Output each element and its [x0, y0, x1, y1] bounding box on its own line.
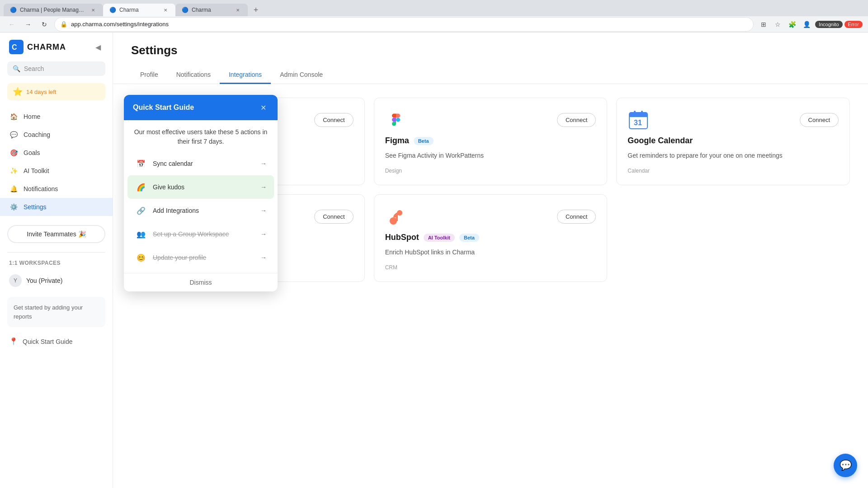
- group-icon: 👥: [135, 228, 147, 240]
- tab-integrations[interactable]: Integrations: [220, 66, 271, 84]
- logo-text: CHARMA: [27, 42, 66, 52]
- sidebar-item-home-label: Home: [24, 113, 40, 120]
- content-area: Quick Start Guide ✕ Our most effective u…: [113, 84, 868, 488]
- figma-connect-button[interactable]: Connect: [557, 113, 596, 127]
- bookmark-icon[interactable]: ☆: [772, 18, 784, 31]
- tab-title-2: Charma: [119, 7, 158, 13]
- asana-connect-button[interactable]: Connect: [314, 113, 353, 127]
- tab-profile[interactable]: Profile: [131, 66, 167, 84]
- sidebar-divider-1: [7, 252, 105, 253]
- error-badge[interactable]: Error: [844, 21, 863, 28]
- svg-rect-13: [396, 213, 398, 221]
- browser-tab-1[interactable]: 🔵 Charma | People Management ... ✕: [4, 4, 103, 16]
- profile-icon[interactable]: 👤: [801, 18, 813, 31]
- days-left-icon: ⭐: [13, 87, 23, 97]
- gcal-title-row: Google Calendar: [627, 136, 839, 145]
- nav-items: 🏠 Home 💬 Coaching 🎯 Goals ✨ AI Toolkit 🔔…: [0, 104, 113, 220]
- workspace-name: You (Private): [26, 277, 62, 284]
- main-header: Settings Profile Notifications Integrati…: [113, 33, 868, 84]
- browser-tab-3[interactable]: 🔵 Charma ✕: [175, 4, 248, 16]
- qsg-item-text-sync: Sync calendar: [153, 160, 193, 167]
- integration-card-figma: Connect Figma Beta See Figma Activity in…: [374, 98, 608, 185]
- qsg-item-left-integrations: 🔗 Add Integrations: [135, 204, 199, 217]
- sidebar-search[interactable]: 🔍 Search: [0, 58, 113, 80]
- qsg-item-update-profile[interactable]: 😊 Update your profile →: [127, 246, 274, 269]
- hubspot-title: HubSpot: [385, 233, 419, 242]
- svg-rect-7: [629, 115, 647, 117]
- tab-notifications[interactable]: Notifications: [167, 66, 220, 84]
- quick-start-guide-sidebar-item[interactable]: 📍 Quick Start Guide: [0, 333, 113, 350]
- quick-start-guide-overlay: Quick Start Guide ✕ Our most effective u…: [124, 95, 278, 291]
- address-bar[interactable]: 🔒 app.charma.com/settings/integrations: [54, 17, 754, 32]
- figma-desc: See Figma Activity in WorkPatterns: [385, 151, 596, 160]
- tab-admin-console[interactable]: Admin Console: [271, 66, 332, 84]
- sidebar-item-notifications-label: Notifications: [24, 185, 58, 192]
- quick-start-map-icon: 📍: [9, 337, 18, 346]
- invite-teammates-label: Invite Teammates 🎉: [27, 230, 85, 238]
- sidebar-item-coaching[interactable]: 💬 Coaching: [0, 126, 113, 144]
- back-button[interactable]: ←: [5, 18, 18, 31]
- page-title: Settings: [131, 43, 850, 57]
- new-tab-button[interactable]: +: [250, 4, 262, 16]
- tab-close-2[interactable]: ✕: [162, 6, 169, 14]
- kudos-icon: 🌈: [135, 181, 147, 193]
- sidebar-item-home[interactable]: 🏠 Home: [0, 108, 113, 126]
- days-left-text: 14 days left: [26, 89, 57, 95]
- ai-toolkit-icon: ✨: [9, 166, 18, 175]
- sidebar-item-goals[interactable]: 🎯 Goals: [0, 144, 113, 162]
- qsg-item-sync-calendar[interactable]: 📅 Sync calendar →: [127, 152, 274, 175]
- integrations-icon: 🔗: [135, 204, 147, 217]
- qsg-subtitle: Our most effective users take these 5 ac…: [124, 120, 278, 152]
- svg-text:31: 31: [634, 119, 642, 127]
- sidebar-item-settings[interactable]: ⚙️ Settings: [0, 198, 113, 216]
- gdrive-connect-button[interactable]: Connect: [314, 210, 353, 224]
- qsg-item-left-kudos: 🌈 Give kudos: [135, 181, 184, 193]
- invite-teammates-button[interactable]: Invite Teammates 🎉: [7, 225, 105, 243]
- browser-tabs: 🔵 Charma | People Management ... ✕ 🔵 Cha…: [0, 0, 868, 16]
- tab-favicon-3: 🔵: [182, 7, 188, 13]
- days-left-banner[interactable]: ⭐ 14 days left: [7, 83, 105, 100]
- sidebar-item-coaching-label: Coaching: [24, 131, 50, 138]
- qsg-close-button[interactable]: ✕: [258, 102, 269, 113]
- main-content: Settings Profile Notifications Integrati…: [113, 33, 868, 488]
- sidebar-item-ai-toolkit-label: AI Toolkit: [24, 167, 49, 174]
- gcal-desc: Get reminders to prepare for your one on…: [627, 151, 839, 160]
- figma-logo: [385, 109, 407, 131]
- qsg-item-add-integrations[interactable]: 🔗 Add Integrations →: [127, 199, 274, 222]
- address-bar-security-icon: 🔒: [60, 21, 67, 28]
- refresh-button[interactable]: ↻: [38, 18, 51, 31]
- tab-favicon-2: 🔵: [109, 7, 116, 13]
- extension-icon[interactable]: 🧩: [786, 18, 799, 31]
- qsg-item-give-kudos[interactable]: 🌈 Give kudos →: [127, 175, 274, 199]
- address-bar-url: app.charma.com/settings/integrations: [71, 21, 748, 28]
- hubspot-card-header: Connect: [385, 206, 596, 227]
- goals-icon: 🎯: [9, 148, 18, 157]
- chat-button[interactable]: 💬: [834, 454, 857, 477]
- sidebar-item-ai-toolkit[interactable]: ✨ AI Toolkit: [0, 162, 113, 180]
- browser-tab-2[interactable]: 🔵 Charma ✕: [103, 4, 175, 16]
- screen-cast-icon[interactable]: ⊞: [757, 18, 770, 31]
- sidebar-item-notifications[interactable]: 🔔 Notifications: [0, 180, 113, 198]
- integration-card-google-calendar: 31 Connect Google Calendar Get reminders…: [616, 98, 850, 185]
- settings-tabs: Profile Notifications Integrations Admin…: [131, 66, 850, 84]
- qsg-title: Quick Start Guide: [133, 103, 194, 112]
- hubspot-ai-badge: AI Toolkit: [424, 234, 455, 242]
- qsg-arrow-integrations: →: [260, 207, 267, 214]
- forward-button[interactable]: →: [22, 18, 34, 31]
- qsg-item-text-group: Set up a Group Workspace: [153, 230, 229, 238]
- charma-logo: C CHARMA: [9, 40, 66, 54]
- sidebar-logo-area: C CHARMA ◀: [0, 33, 113, 58]
- search-box[interactable]: 🔍 Search: [7, 61, 105, 76]
- hubspot-category: CRM: [385, 264, 596, 271]
- tab-close-1[interactable]: ✕: [90, 6, 97, 14]
- hubspot-connect-button[interactable]: Connect: [557, 210, 596, 224]
- gcal-logo: 31: [627, 109, 649, 131]
- workspace-private[interactable]: Y You (Private): [0, 270, 113, 291]
- gcal-connect-button[interactable]: Connect: [800, 113, 839, 127]
- tab-close-3[interactable]: ✕: [234, 6, 241, 14]
- qsg-item-setup-group[interactable]: 👥 Set up a Group Workspace →: [127, 222, 274, 246]
- svg-point-12: [390, 217, 397, 225]
- sidebar-collapse-button[interactable]: ◀: [93, 42, 104, 52]
- tab-title-1: Charma | People Management ...: [20, 7, 86, 13]
- qsg-dismiss-button[interactable]: Dismiss: [124, 273, 278, 291]
